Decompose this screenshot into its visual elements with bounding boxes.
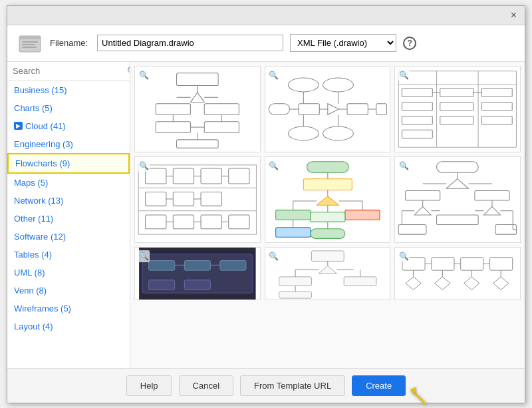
- body-area: 🔍 Business (15) Charts (5) ▶ Cloud (41) …: [7, 62, 525, 368]
- cancel-button[interactable]: Cancel: [179, 375, 233, 396]
- template-thumb-2[interactable]: 🔍: [265, 66, 391, 152]
- zoom-icon-4[interactable]: 🔍: [138, 160, 150, 172]
- search-input[interactable]: [13, 66, 124, 76]
- svg-rect-139: [279, 292, 311, 298]
- svg-rect-3: [22, 44, 35, 45]
- template-thumb-4[interactable]: 🔍: [134, 156, 261, 243]
- arrow-indicator: [402, 380, 431, 409]
- sidebar-item-engineering[interactable]: Engineering (3): [7, 135, 130, 153]
- svg-rect-4: [22, 47, 37, 48]
- zoom-icon-8[interactable]: 🔍: [268, 250, 280, 262]
- svg-rect-89: [345, 210, 380, 220]
- zoom-icon-5[interactable]: 🔍: [268, 160, 280, 172]
- help-button[interactable]: Help: [126, 375, 172, 396]
- template-thumb-7[interactable]: 🔍: [134, 247, 261, 300]
- svg-rect-121: [149, 260, 175, 270]
- footer: Help Cancel From Template URL Create: [7, 368, 525, 403]
- svg-rect-2: [22, 41, 38, 43]
- create-button[interactable]: Create: [352, 375, 406, 396]
- svg-rect-1: [19, 36, 41, 39]
- template-thumb-5[interactable]: 🔍: [265, 156, 391, 243]
- new-diagram-dialog: × Filename: XML File (.drawio) SVG File …: [7, 5, 525, 403]
- template-thumb-1[interactable]: 🔍: [134, 66, 261, 152]
- sidebar-item-charts[interactable]: Charts (5): [7, 99, 130, 117]
- zoom-icon-3[interactable]: 🔍: [398, 69, 410, 81]
- svg-rect-96: [395, 158, 520, 241]
- from-template-url-button[interactable]: From Template URL: [240, 375, 345, 396]
- svg-rect-79: [307, 161, 348, 172]
- template-thumb-8[interactable]: 🔍: [265, 247, 391, 300]
- sidebar-item-network[interactable]: Network (13): [7, 192, 130, 210]
- svg-rect-122: [184, 260, 210, 270]
- svg-rect-129: [311, 250, 344, 261]
- zoom-icon-1[interactable]: 🔍: [138, 69, 150, 81]
- zoom-icon-2[interactable]: 🔍: [268, 69, 280, 81]
- sidebar-item-other[interactable]: Other (11): [7, 210, 130, 228]
- sidebar-item-uml[interactable]: UML (8): [7, 264, 130, 282]
- svg-rect-91: [275, 227, 310, 237]
- file-icon: [17, 32, 43, 55]
- filename-label: Filename:: [50, 38, 88, 48]
- templates-content: 🔍: [130, 62, 525, 368]
- title-bar: ×: [7, 6, 525, 25]
- sidebar-item-venn[interactable]: Venn (8): [7, 282, 130, 300]
- zoom-icon-9[interactable]: 🔍: [398, 250, 410, 262]
- filename-input[interactable]: [97, 35, 283, 51]
- svg-rect-81: [303, 178, 352, 190]
- svg-rect-95: [310, 228, 344, 238]
- sidebar-item-software[interactable]: Software (12): [7, 228, 130, 246]
- sidebar: 🔍 Business (15) Charts (5) ▶ Cloud (41) …: [7, 62, 130, 368]
- search-box: 🔍: [7, 62, 130, 81]
- help-circle-icon[interactable]: ?: [403, 37, 416, 50]
- header-row: Filename: XML File (.drawio) SVG File (.…: [7, 25, 525, 62]
- zoom-icon-6[interactable]: 🔍: [398, 160, 410, 172]
- template-thumb-9[interactable]: 🔍: [394, 247, 521, 300]
- svg-rect-140: [399, 248, 516, 300]
- template-thumb-6[interactable]: 🔍: [394, 156, 521, 243]
- filetype-select[interactable]: XML File (.drawio) SVG File (.svg) HTML …: [290, 34, 396, 52]
- template-thumb-3[interactable]: 🔍: [394, 66, 521, 152]
- svg-rect-134: [279, 276, 311, 286]
- close-button[interactable]: ×: [509, 10, 518, 21]
- templates-grid: 🔍: [134, 66, 521, 300]
- svg-rect-127: [184, 280, 210, 290]
- svg-rect-88: [275, 210, 310, 220]
- zoom-icon-7[interactable]: 🔍: [138, 250, 150, 262]
- sidebar-item-flowcharts[interactable]: Flowcharts (9): [7, 153, 130, 174]
- sidebar-item-wireframes[interactable]: Wireframes (5): [7, 300, 130, 317]
- svg-rect-126: [149, 280, 175, 290]
- cloud-badge: ▶: [14, 122, 23, 130]
- sidebar-item-business[interactable]: Business (15): [7, 81, 130, 99]
- svg-rect-135: [344, 276, 376, 286]
- sidebar-item-layout[interactable]: Layout (4): [7, 317, 130, 335]
- sidebar-item-maps[interactable]: Maps (5): [7, 174, 130, 192]
- svg-rect-123: [220, 260, 246, 270]
- sidebar-item-cloud[interactable]: ▶ Cloud (41): [7, 117, 130, 135]
- svg-rect-93: [310, 212, 344, 222]
- sidebar-item-tables[interactable]: Tables (4): [7, 246, 130, 264]
